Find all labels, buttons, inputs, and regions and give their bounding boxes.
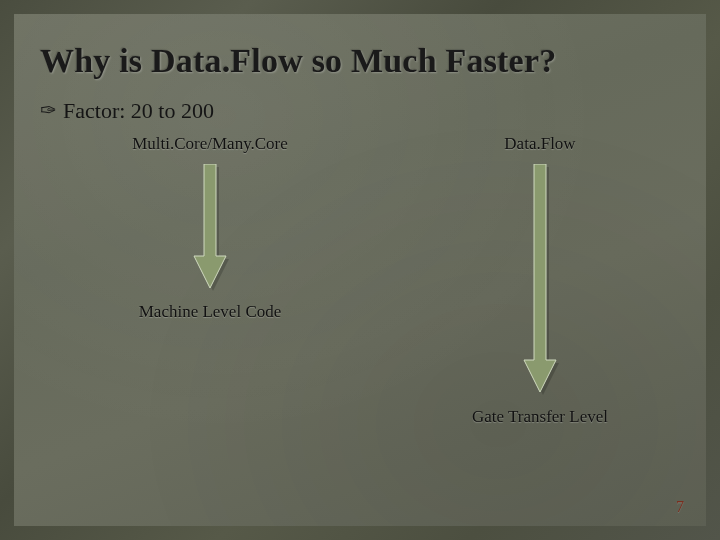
label-machine-level: Machine Level Code xyxy=(100,302,320,322)
arrow-down-icon xyxy=(190,164,230,294)
slide-content: Why is Data.Flow so Much Faster? ✑ Facto… xyxy=(14,14,706,526)
arrow-down-long-icon xyxy=(520,164,560,399)
slide-title: Why is Data.Flow so Much Faster? xyxy=(40,42,680,80)
page-number: 7 xyxy=(676,498,684,516)
slide-frame: Why is Data.Flow so Much Faster? ✑ Facto… xyxy=(0,0,720,540)
diagram-area: Multi.Core/Many.Core Machine Level Code … xyxy=(40,134,680,464)
column-dataflow: Data.Flow Gate Transfer Level xyxy=(440,134,640,427)
bullet-text: Factor: 20 to 200 xyxy=(63,98,214,124)
bullet-row: ✑ Factor: 20 to 200 xyxy=(40,98,680,124)
label-multicore: Multi.Core/Many.Core xyxy=(100,134,320,154)
column-multicore: Multi.Core/Many.Core Machine Level Code xyxy=(100,134,320,322)
svg-marker-3 xyxy=(524,164,556,392)
label-gate-transfer: Gate Transfer Level xyxy=(440,407,640,427)
label-dataflow: Data.Flow xyxy=(440,134,640,154)
bullet-glyph-icon: ✑ xyxy=(40,100,57,120)
